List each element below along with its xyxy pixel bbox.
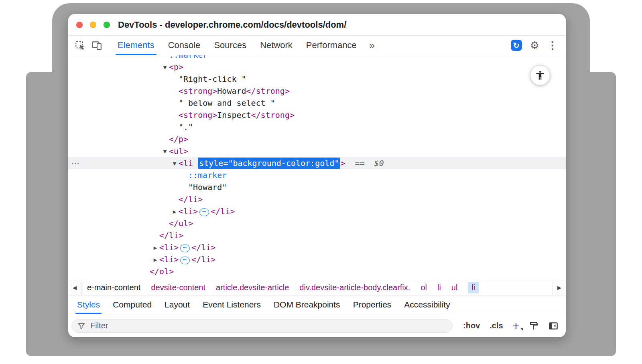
inline-expand-button[interactable]: ⋯ bbox=[199, 208, 209, 216]
breadcrumb-item[interactable]: ul bbox=[451, 283, 458, 292]
settings-gear-icon[interactable]: ⚙ bbox=[530, 40, 539, 51]
dom-token-text: Inspect bbox=[217, 110, 251, 120]
breadcrumb-bar: ◀ e-main-contentdevsite-contentarticle.d… bbox=[68, 280, 566, 295]
dom-token-pseudo: ::marker bbox=[188, 170, 227, 180]
minimize-button[interactable] bbox=[90, 22, 96, 28]
dom-token-tag: <li> bbox=[159, 243, 179, 252]
dom-token-tag: </li> bbox=[191, 255, 215, 264]
dom-token-tag: </strong> bbox=[246, 86, 290, 96]
dom-token-text: "Howard" bbox=[188, 182, 227, 192]
dom-token-attr-sel[interactable]: style="background-color:gold" bbox=[198, 158, 340, 169]
breadcrumb-item[interactable]: devsite-content bbox=[151, 283, 205, 292]
tab-console[interactable]: Console bbox=[161, 36, 207, 55]
tab-properties[interactable]: Properties bbox=[347, 295, 398, 314]
more-panels-icon[interactable]: » bbox=[364, 36, 380, 55]
breadcrumb-scroll-left[interactable]: ◀ bbox=[68, 280, 81, 295]
breadcrumb-item[interactable]: div.devsite-article-body.clearfix. bbox=[299, 283, 410, 292]
dom-token-flag: $0 bbox=[374, 158, 384, 168]
row-overflow-dots-icon[interactable]: ⋯ bbox=[71, 157, 80, 169]
window-titlebar: DevTools - developer.chrome.com/docs/dev… bbox=[68, 14, 566, 36]
dom-tree-line[interactable]: ▶<li>⋯</li> bbox=[68, 241, 566, 253]
dom-tree-line[interactable]: </ul> bbox=[68, 217, 566, 229]
breadcrumb-item[interactable]: ol bbox=[421, 283, 427, 292]
dom-tree-line[interactable]: </ol> bbox=[68, 265, 566, 277]
filter-input[interactable] bbox=[89, 321, 447, 331]
dom-tree-line[interactable]: ▼<p> bbox=[68, 61, 566, 73]
dom-tree-line[interactable]: <strong>Inspect</strong> bbox=[68, 109, 566, 121]
breadcrumb-scroll-right[interactable]: ▶ bbox=[553, 280, 566, 295]
expand-arrow-icon[interactable]: ▶ bbox=[151, 242, 159, 254]
filter-input-wrap[interactable] bbox=[71, 319, 453, 333]
breadcrumb-item[interactable]: li bbox=[468, 282, 479, 293]
tab-event-listeners[interactable]: Event Listeners bbox=[196, 295, 267, 314]
dom-tree: ::marker▼<p>"Right-click "<strong>Howard… bbox=[68, 55, 566, 280]
dom-tree-line[interactable]: "Right-click " bbox=[68, 73, 566, 85]
breadcrumb-item[interactable]: article.devsite-article bbox=[216, 283, 289, 292]
dom-token-text: " below and select " bbox=[179, 98, 275, 108]
window-title: DevTools - developer.chrome.com/docs/dev… bbox=[118, 20, 346, 30]
dom-tree-line[interactable]: <strong>Howard</strong> bbox=[68, 85, 566, 97]
inline-expand-button[interactable]: ⋯ bbox=[180, 245, 190, 252]
styles-tab-strip: StylesComputedLayoutEvent ListenersDOM B… bbox=[68, 295, 566, 314]
pseudo-state-button[interactable]: :hov bbox=[463, 321, 480, 330]
breadcrumb: e-main-contentdevsite-contentarticle.dev… bbox=[81, 280, 484, 295]
tab-layout[interactable]: Layout bbox=[158, 295, 196, 314]
dom-token-tag: </ol> bbox=[150, 267, 174, 276]
inspect-element-icon[interactable] bbox=[73, 38, 87, 52]
dom-tree-line[interactable]: "Howard" bbox=[68, 181, 566, 193]
expand-arrow-icon[interactable]: ▶ bbox=[151, 254, 159, 266]
dom-token-tag: </li> bbox=[179, 194, 203, 204]
dom-token-tag: <strong> bbox=[179, 86, 217, 96]
tab-elements[interactable]: Elements bbox=[111, 36, 161, 55]
paint-roller-icon[interactable] bbox=[529, 321, 538, 331]
styles-toolbar-buttons: :hov .cls + bbox=[463, 320, 561, 332]
collapse-arrow-icon[interactable]: ▼ bbox=[161, 146, 169, 158]
tab-computed[interactable]: Computed bbox=[106, 295, 158, 314]
devtools-toolbar: ElementsConsoleSourcesNetworkPerformance… bbox=[68, 36, 566, 55]
dom-tree-line[interactable]: </li> bbox=[68, 229, 566, 241]
dom-token-tag: <li> bbox=[159, 255, 179, 264]
dom-tree-line[interactable]: ::marker bbox=[68, 169, 566, 181]
collapse-arrow-icon[interactable]: ▼ bbox=[171, 158, 179, 170]
dom-tree-line[interactable]: </p> bbox=[68, 133, 566, 145]
dom-tree-line[interactable]: ▼<ul> bbox=[68, 145, 566, 157]
dom-token-tag: </li> bbox=[211, 206, 235, 216]
close-button[interactable] bbox=[76, 22, 83, 28]
dom-tree-line[interactable]: ::marker bbox=[68, 55, 566, 61]
breadcrumb-item[interactable]: e-main-content bbox=[87, 283, 140, 292]
new-style-rule-button[interactable]: + bbox=[513, 320, 519, 332]
tab-styles[interactable]: Styles bbox=[71, 295, 106, 314]
dom-token-text: "Right-click " bbox=[179, 74, 246, 84]
breadcrumb-item[interactable]: li bbox=[437, 283, 441, 292]
tab-sources[interactable]: Sources bbox=[207, 36, 253, 55]
class-toggle-button[interactable]: .cls bbox=[490, 321, 503, 330]
plus-icon: + bbox=[513, 320, 519, 332]
dom-token-tag: <ul> bbox=[169, 146, 188, 156]
tab-accessibility[interactable]: Accessibility bbox=[398, 295, 456, 314]
inline-expand-button[interactable]: ⋯ bbox=[180, 257, 190, 264]
dom-tree-line[interactable]: ▶<li>⋯</li> bbox=[68, 205, 566, 217]
dom-tree-line[interactable]: </li> bbox=[68, 193, 566, 205]
styles-filter-bar: :hov .cls + bbox=[68, 314, 566, 337]
kebab-menu-icon[interactable]: ⋮ bbox=[547, 40, 558, 51]
dom-token-tag: </li> bbox=[191, 243, 215, 252]
sync-icon[interactable]: ↻ bbox=[511, 40, 522, 51]
dom-token-tag: <li bbox=[179, 158, 198, 168]
dom-tree-line-selected[interactable]: ⋯▼<li style="background-color:gold"> == … bbox=[68, 157, 566, 169]
dom-tree-line[interactable]: "." bbox=[68, 121, 566, 133]
zoom-button[interactable] bbox=[104, 22, 110, 28]
dom-tree-line[interactable]: ▶<li>⋯</li> bbox=[68, 253, 566, 265]
filter-funnel-icon bbox=[77, 322, 85, 330]
tab-performance[interactable]: Performance bbox=[299, 36, 364, 55]
dom-tree-line[interactable]: " below and select " bbox=[68, 97, 566, 109]
tab-dom-breakpoints[interactable]: DOM Breakpoints bbox=[267, 295, 347, 314]
toggle-sidebar-icon[interactable] bbox=[548, 321, 559, 331]
toolbar-right-controls: ↻ ⚙ ⋮ bbox=[511, 36, 561, 55]
dom-token-pseudo: ::marker bbox=[169, 55, 207, 60]
dom-token-tag: </li> bbox=[159, 231, 183, 240]
new-rule-menu-caret bbox=[521, 328, 523, 331]
collapse-arrow-icon[interactable]: ▼ bbox=[161, 62, 169, 74]
expand-arrow-icon[interactable]: ▶ bbox=[171, 206, 179, 218]
tab-network[interactable]: Network bbox=[253, 36, 299, 55]
device-toolbar-icon[interactable] bbox=[90, 38, 104, 52]
